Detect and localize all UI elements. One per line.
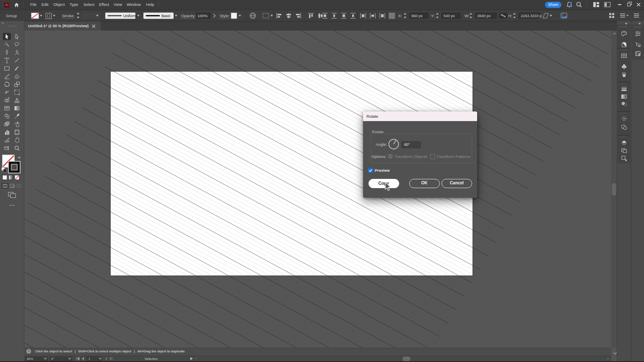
svg-text:960 px: 960 px [411,14,423,18]
svg-text:«: « [639,21,641,26]
svg-text:T: T [635,42,638,47]
svg-text:Style:: Style: [220,13,230,18]
svg-text:2263.3333 p: 2263.3333 p [521,14,542,18]
svg-text:Y:: Y: [431,13,434,18]
svg-text:a: a [638,44,640,48]
svg-text:H:: H: [508,13,512,18]
svg-text:Stroke:: Stroke: [62,13,75,18]
svg-text:W:: W: [465,13,469,18]
svg-text:3840 px: 3840 px [477,14,491,18]
svg-text:Uniform: Uniform [123,14,137,18]
svg-text:X:: X: [398,13,402,18]
svg-text:Basic: Basic [161,14,171,18]
svg-text:1: 1 [88,357,90,361]
svg-text:540 px: 540 px [444,14,455,18]
svg-text:100%: 100% [197,13,208,18]
svg-text:Opacity:: Opacity: [181,13,196,18]
svg-text:«: « [625,21,627,26]
